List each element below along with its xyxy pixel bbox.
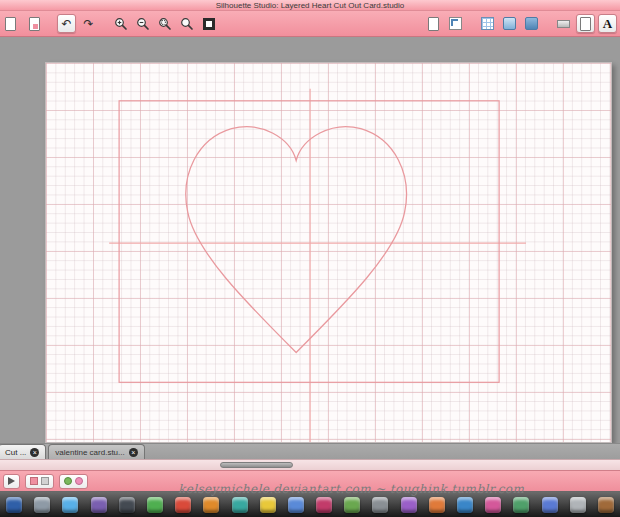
pan-zoom-icon [180,17,194,31]
library-button[interactable] [576,14,595,33]
dock-app-icon-3[interactable] [62,497,78,513]
toolbar-separator [47,23,54,24]
green-dot-icon [64,477,72,485]
dock-app-icon-12[interactable] [316,497,332,513]
scrollbar-thumb[interactable] [220,462,293,468]
dock-app-icon-8[interactable] [203,497,219,513]
fit-to-page-icon [203,18,215,30]
design-page[interactable] [45,62,612,443]
gray-shape-icon [41,477,49,485]
dock-app-icon-1[interactable] [6,497,22,513]
tab-valentine-card[interactable]: valentine card.stu... × [48,444,144,459]
grid-settings-button[interactable] [478,14,497,33]
cut-settings-icon [503,17,516,30]
toolbar-right-group: A [424,14,617,33]
zoom-out-button[interactable] [133,14,152,33]
undo-icon: ↶ [61,18,71,30]
toolbar-left-group: ↶ ↷ [3,14,218,33]
dock-app-icon-21[interactable] [570,497,586,513]
dock-app-icon-22[interactable] [598,497,614,513]
silhouette-studio-window: Silhouette Studio: Layered Heart Cut Out… [0,0,620,517]
drag-zoom-button[interactable] [155,14,174,33]
close-tab-icon[interactable]: × [30,448,39,457]
ruler-icon [557,20,570,28]
cursor-icon [8,477,15,485]
heart-shape[interactable] [186,127,407,353]
dock-app-icon-15[interactable] [401,497,417,513]
zoom-out-icon [136,17,150,31]
cursor-tool-button[interactable] [3,474,20,489]
dock-app-icon-6[interactable] [147,497,163,513]
undo-button[interactable]: ↶ [57,14,76,33]
tab-label: valentine card.stu... [55,448,124,457]
pink-flower-icon [75,477,83,485]
trace-icon [525,17,538,30]
page-settings-icon [428,17,439,31]
dock-app-icon-16[interactable] [429,497,445,513]
close-tab-icon[interactable]: × [129,448,138,457]
watermark-text: kelseymichele.deviantart.com ~ toughink.… [178,482,524,496]
cut-settings-button[interactable] [500,14,519,33]
dock-app-icon-17[interactable] [457,497,473,513]
dock-app-icon-13[interactable] [344,497,360,513]
dock-app-icon-9[interactable] [232,497,248,513]
pan-zoom-button[interactable] [177,14,196,33]
redo-icon: ↷ [83,18,93,30]
page-settings-button[interactable] [424,14,443,33]
zoom-in-icon [114,17,128,31]
titlebar[interactable]: Silhouette Studio: Layered Heart Cut Out… [0,0,620,11]
dock-app-icon-7[interactable] [175,497,191,513]
toolbar-separator [101,23,108,24]
color-tools-button[interactable] [59,474,88,489]
horizontal-scrollbar[interactable] [0,459,620,470]
text-tool-icon: A [603,17,612,30]
drawing-layer [46,63,611,442]
registration-marks-button[interactable] [446,14,465,33]
dock-app-icon-5[interactable] [119,497,135,513]
dock-app-icon-19[interactable] [513,497,529,513]
dock-app-icon-18[interactable] [485,497,501,513]
trace-button[interactable] [522,14,541,33]
open-document-button[interactable] [25,14,44,33]
new-document-icon [5,17,16,31]
text-tool-button[interactable]: A [598,14,617,33]
dock-app-icon-2[interactable] [34,497,50,513]
tab-cut-document[interactable]: Cut ... × [0,444,46,459]
library-icon [580,17,591,31]
pink-shape-icon [30,477,38,485]
fit-to-page-button[interactable] [199,14,218,33]
tab-label: Cut ... [5,448,26,457]
shape-tools-button[interactable] [25,474,54,489]
registration-marks-icon [449,17,462,30]
window-title: Silhouette Studio: Layered Heart Cut Out… [216,1,405,10]
main-toolbar: ↶ ↷ [0,11,620,37]
toolbar-separator [544,23,551,24]
dock-app-icon-14[interactable] [372,497,388,513]
new-document-button[interactable] [3,14,22,33]
redo-button[interactable]: ↷ [79,14,98,33]
ruler-button[interactable] [554,14,573,33]
dock-app-icon-4[interactable] [91,497,107,513]
toolbar-separator [468,23,475,24]
open-document-icon [29,17,40,31]
zoom-in-button[interactable] [111,14,130,33]
grid-icon [481,17,494,30]
dock-app-icon-11[interactable] [288,497,304,513]
dock-app-icon-20[interactable] [542,497,558,513]
dock-app-icon-10[interactable] [260,497,276,513]
canvas-area[interactable] [0,37,620,443]
document-tabbar: Cut ... × valentine card.stu... × [0,443,620,459]
drag-zoom-icon [158,17,172,31]
